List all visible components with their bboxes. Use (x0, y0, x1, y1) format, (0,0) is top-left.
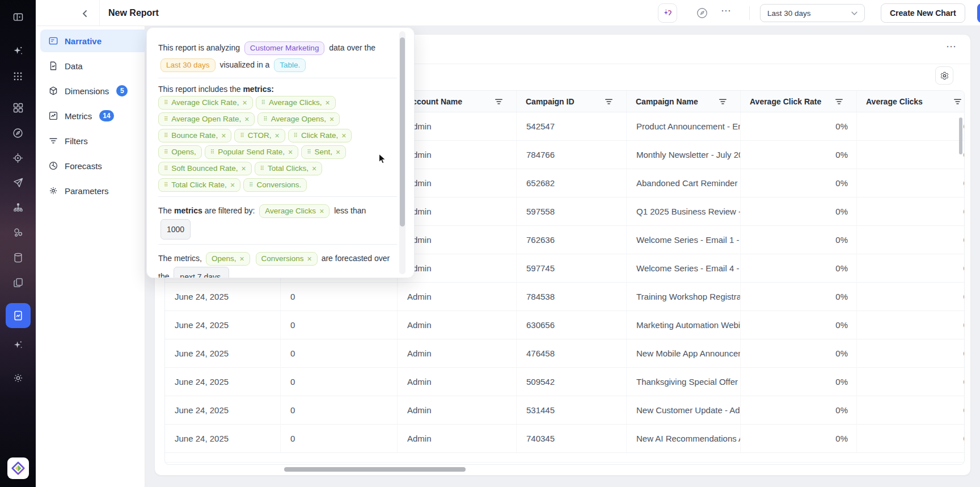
sidebar-item-dimensions[interactable]: Dimensions 5 (40, 79, 145, 102)
drag-handle-icon[interactable]: ⠿ (263, 113, 267, 125)
filter-metric-chip[interactable]: Average Clicks × (259, 204, 330, 218)
settings-gear-icon[interactable] (6, 366, 31, 391)
app-logo[interactable] (7, 457, 29, 479)
explore-compass-icon[interactable] (696, 7, 708, 19)
remove-chip-icon[interactable]: × (312, 162, 316, 175)
column-filter-icon[interactable] (495, 98, 502, 105)
clusters-icon[interactable] (6, 220, 31, 245)
remove-chip-icon[interactable]: × (239, 253, 244, 265)
sidebar-item-narrative[interactable]: Narrative (40, 30, 145, 52)
column-filter-icon[interactable] (719, 98, 726, 105)
drag-handle-icon[interactable]: ⠿ (164, 146, 168, 158)
remove-chip-icon[interactable]: × (341, 129, 346, 142)
target-icon[interactable] (6, 145, 31, 170)
forecast-horizon-input[interactable]: next 7 days. (174, 267, 229, 278)
remove-chip-icon[interactable]: × (307, 253, 312, 265)
drag-handle-icon[interactable]: ⠿ (164, 162, 168, 175)
column-filter-icon[interactable] (954, 98, 961, 105)
sidebar-item-forecasts[interactable]: Forecasts (40, 154, 145, 177)
filter-value-input[interactable]: 1000 (160, 219, 191, 240)
forecast-metric-chip[interactable]: Conversions × (256, 252, 318, 266)
database-icon[interactable] (6, 245, 31, 270)
remove-chip-icon[interactable]: × (288, 146, 293, 158)
dataset-chip[interactable]: Customer Marketing (244, 41, 325, 55)
drag-handle-icon[interactable]: ⠿ (261, 96, 265, 109)
cell-campaign-name: New Customer Update - Admin (627, 396, 741, 424)
viz-type-chip[interactable]: Table. (274, 58, 306, 72)
remove-chip-icon[interactable]: × (242, 96, 247, 109)
dashboard-icon[interactable] (6, 95, 31, 120)
date-range-dropdown[interactable]: Last 30 days (760, 4, 865, 22)
sidebar-item-parameters[interactable]: Parameters (40, 179, 145, 202)
metric-chip[interactable]: ⠿ Average Click Rate, × (158, 96, 253, 110)
column-filter-icon[interactable] (605, 98, 612, 105)
metric-chip[interactable]: ⠿ Opens, (158, 145, 202, 159)
forecast-metric-chip[interactable]: Opens, × (206, 252, 250, 266)
sidebar-item-data[interactable]: Data (40, 54, 145, 77)
drag-handle-icon[interactable]: ⠿ (260, 162, 264, 175)
column-header-label: Account Name (407, 97, 462, 106)
table-vertical-scrollbar[interactable] (959, 117, 962, 154)
create-new-chart-button[interactable]: Create New Chart (881, 3, 965, 23)
metric-chip[interactable]: ⠿ Click Rate, × (288, 129, 352, 142)
sidebar-toggle-icon[interactable] (6, 5, 31, 30)
drag-handle-icon[interactable]: ⠿ (307, 146, 311, 158)
apps-grid-icon[interactable] (6, 64, 31, 89)
table-horizontal-scrollbar[interactable] (284, 467, 466, 472)
card-more-icon[interactable]: ⋯ (946, 40, 957, 53)
sidebar-item-metrics[interactable]: Metrics 14 (40, 104, 145, 127)
send-icon[interactable] (6, 170, 31, 195)
metric-chip[interactable]: ⠿ Bounce Rate, × (158, 129, 231, 142)
remove-chip-icon[interactable]: × (241, 162, 246, 175)
remove-chip-icon[interactable]: × (319, 205, 324, 217)
metric-chip[interactable]: ⠿ Conversions. (243, 178, 307, 192)
remove-chip-icon[interactable]: × (244, 113, 249, 125)
remove-chip-icon[interactable]: × (325, 96, 330, 109)
compass-icon[interactable] (6, 120, 31, 145)
metric-chip[interactable]: ⠿ Popular Send Rate, × (205, 145, 298, 159)
remove-chip-icon[interactable]: × (274, 129, 279, 142)
drag-handle-icon[interactable]: ⠿ (240, 129, 244, 142)
cell-average-clicks: 0 (857, 169, 965, 197)
cell-campaign-id: 740345 (517, 425, 627, 452)
metric-chip[interactable]: ⠿ Total Click Rate, × (158, 178, 240, 192)
back-button[interactable] (78, 6, 92, 21)
remove-chip-icon[interactable]: × (230, 179, 235, 191)
drag-handle-icon[interactable]: ⠿ (294, 129, 298, 142)
metric-chip[interactable]: ⠿ Average Opens, × (257, 112, 340, 126)
drag-handle-icon[interactable]: ⠿ (164, 113, 168, 125)
metric-chip[interactable]: ⠿ Average Clicks, × (256, 96, 336, 110)
remove-chip-icon[interactable]: × (330, 113, 334, 125)
save-button[interactable]: Save (977, 3, 980, 23)
ai-assist-button[interactable] (658, 3, 677, 23)
cell-targeted-segment-id: 0 (281, 311, 398, 339)
remove-chip-icon[interactable]: × (336, 146, 340, 158)
reports-icon-active[interactable] (6, 303, 31, 328)
ai-sparkles-icon[interactable] (6, 39, 31, 64)
topbar-more-icon[interactable]: ⋯ (721, 5, 732, 17)
ai-sparkles-icon-2[interactable] (6, 333, 31, 358)
cell-account-name: Admin (398, 311, 517, 339)
drag-handle-icon[interactable]: ⠿ (210, 146, 214, 158)
panel-scroll-thumb[interactable] (400, 37, 405, 226)
table-row: June 24, 2025 0 Admin 509542 Thanksgivin… (165, 368, 965, 396)
drag-handle-icon[interactable]: ⠿ (164, 96, 168, 109)
drag-handle-icon[interactable]: ⠿ (249, 179, 253, 191)
cell-account-name: Admin (398, 169, 517, 197)
metric-chip[interactable]: ⠿ CTOR, × (234, 129, 285, 142)
metric-chip[interactable]: ⠿ Sent, × (301, 145, 346, 159)
metric-chip[interactable]: ⠿ Average Open Rate, × (158, 112, 255, 126)
column-filter-icon[interactable] (835, 98, 843, 105)
metric-chip[interactable]: ⠿ Soft Bounced Rate, × (158, 162, 252, 175)
remove-chip-icon[interactable]: × (221, 129, 226, 142)
hierarchy-icon[interactable] (6, 195, 31, 220)
cell-average-clicks: 0 (857, 339, 965, 367)
table-settings-button[interactable] (935, 66, 953, 85)
pages-icon[interactable] (6, 270, 31, 295)
sidebar-item-filters[interactable]: Filters (40, 129, 145, 152)
date-range-chip[interactable]: Last 30 days (160, 58, 216, 72)
cell-campaign-name: Welcome Series - Email 4 - Admin (627, 254, 741, 282)
drag-handle-icon[interactable]: ⠿ (164, 129, 168, 142)
metric-chip[interactable]: ⠿ Total Clicks, × (255, 162, 323, 175)
drag-handle-icon[interactable]: ⠿ (164, 179, 168, 191)
